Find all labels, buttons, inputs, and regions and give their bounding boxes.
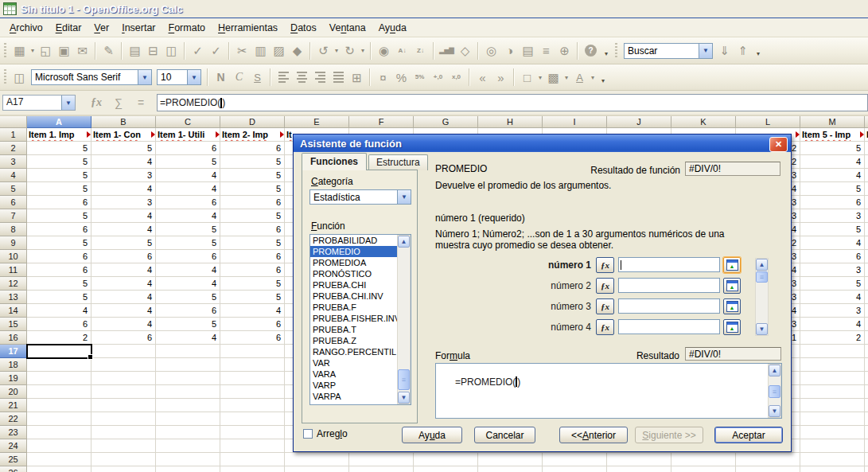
shrink-button-3[interactable]: [723, 298, 741, 314]
scroll-up-icon[interactable]: ▲: [769, 365, 780, 376]
function-item-pronóstico[interactable]: PRONÓSTICO: [310, 268, 401, 279]
function-button-3[interactable]: ƒx: [596, 298, 614, 314]
cell-M11[interactable]: 3: [800, 263, 865, 277]
cell-M2[interactable]: 5: [800, 142, 865, 155]
cell-C17[interactable]: [156, 345, 220, 358]
argument-input-2[interactable]: [618, 278, 720, 293]
cell-C6[interactable]: 6: [156, 196, 220, 209]
cell-M7[interactable]: 3: [800, 209, 865, 223]
find-down-icon[interactable]: ⇓: [715, 41, 734, 60]
menu-formato[interactable]: Formato: [162, 20, 212, 36]
cell-B2[interactable]: 5: [91, 142, 156, 155]
cell-C24[interactable]: [156, 439, 220, 453]
column-header-E[interactable]: E: [285, 116, 349, 128]
cell-C3[interactable]: 5: [156, 155, 220, 169]
cell-I26[interactable]: [543, 466, 607, 472]
cell-M22[interactable]: [800, 412, 865, 426]
cell-D13[interactable]: 5: [220, 291, 285, 304]
search-combobox[interactable]: Buscar▼: [624, 43, 713, 59]
row-header-13[interactable]: 13: [0, 291, 27, 304]
cell-A9[interactable]: 5: [27, 236, 91, 250]
cell-C18[interactable]: [156, 358, 220, 372]
menu-archivo[interactable]: Archivo: [3, 20, 49, 36]
cell-M24[interactable]: [800, 439, 865, 453]
cell-A16[interactable]: 2: [27, 331, 91, 345]
cell-A11[interactable]: 6: [27, 263, 91, 277]
select-all-corner[interactable]: [0, 116, 27, 128]
cell-C21[interactable]: [156, 399, 220, 412]
column-header-G[interactable]: G: [414, 116, 478, 128]
row-header-1[interactable]: 1: [0, 128, 27, 142]
cell-G26[interactable]: [414, 466, 478, 472]
cell-C5[interactable]: 4: [156, 182, 220, 196]
argument-input-1[interactable]: [618, 257, 720, 272]
column-header-A[interactable]: A: [27, 116, 91, 128]
cell-J25[interactable]: [607, 453, 671, 466]
row-header-7[interactable]: 7: [0, 209, 27, 223]
cell-C1[interactable]: Item 1- Utili: [156, 128, 220, 142]
function-item-var[interactable]: VAR: [310, 357, 401, 369]
cell-M4[interactable]: 4: [800, 169, 865, 182]
function-list-scrollbar[interactable]: ▲▼: [397, 235, 411, 404]
cell-B10[interactable]: 6: [91, 250, 156, 263]
cell-B19[interactable]: [91, 372, 156, 385]
gallery-icon[interactable]: ▤: [519, 41, 537, 60]
cell-A14[interactable]: 4: [27, 304, 91, 318]
cell-M21[interactable]: [800, 399, 865, 412]
row-header-26[interactable]: 26: [0, 466, 27, 472]
function-item-prueba.chi.inv[interactable]: PRUEBA.CHI.INV: [310, 291, 401, 302]
cell-N20[interactable]: [865, 385, 868, 399]
navigator-icon[interactable]: ◑: [500, 41, 519, 60]
cell-B23[interactable]: [91, 426, 156, 439]
cell-D14[interactable]: 4: [220, 304, 285, 318]
formula-editor[interactable]: =PROMEDIO() ▲ ▼: [435, 363, 782, 419]
cell-A7[interactable]: 5: [27, 209, 91, 223]
cell-D24[interactable]: [220, 439, 285, 453]
data-sources-icon[interactable]: ≡: [537, 41, 555, 60]
align-right-icon[interactable]: [311, 68, 329, 87]
cell-N5[interactable]: [865, 182, 868, 196]
name-box-dropdown-icon[interactable]: ▼: [61, 96, 75, 110]
cell-M14[interactable]: 3: [800, 304, 865, 318]
font-name-combobox[interactable]: Microsoft Sans Serif▼: [31, 69, 152, 85]
function-item-prueba.t[interactable]: PRUEBA.T: [310, 324, 401, 335]
cell-B1[interactable]: Item 1- Con: [91, 128, 156, 142]
cell-F26[interactable]: [349, 466, 414, 472]
cell-A2[interactable]: 5: [27, 142, 91, 155]
function-wizard-icon[interactable]: ƒx: [87, 94, 106, 111]
decrease-indent-icon[interactable]: «: [473, 68, 492, 87]
menu-ayuda[interactable]: Ayuda: [372, 20, 413, 36]
cell-D10[interactable]: 6: [220, 250, 285, 263]
tab-estructura[interactable]: Estructura: [368, 154, 428, 170]
cell-B22[interactable]: [91, 412, 156, 426]
function-item-rango.percentil[interactable]: RANGO.PERCENTIL: [310, 346, 401, 357]
function-button-4[interactable]: ƒx: [596, 319, 614, 335]
sum-icon[interactable]: ∑: [109, 94, 128, 111]
cell-M17[interactable]: [800, 345, 865, 358]
underline-icon[interactable]: S: [248, 68, 267, 87]
cell-B16[interactable]: 6: [91, 331, 156, 345]
cell-D18[interactable]: [220, 358, 285, 372]
scroll-down-icon[interactable]: ▼: [398, 392, 410, 404]
cell-N2[interactable]: [865, 142, 868, 155]
find-replace-icon[interactable]: ◎: [482, 41, 500, 60]
row-header-25[interactable]: 25: [0, 453, 27, 466]
function-item-varp[interactable]: VARP: [310, 380, 401, 391]
paste-icon[interactable]: ▨: [270, 41, 288, 60]
find-up-icon[interactable]: ⇑: [734, 41, 752, 60]
close-icon[interactable]: ✕: [769, 137, 788, 152]
row-header-11[interactable]: 11: [0, 263, 27, 277]
array-checkbox[interactable]: Arreglo: [303, 428, 348, 439]
toolbar-overflow-icon[interactable]: ▾: [601, 41, 611, 60]
column-header-C[interactable]: C: [156, 116, 220, 128]
new-document-icon[interactable]: ▦: [10, 41, 29, 60]
function-item-varpa[interactable]: VARPA: [310, 391, 401, 402]
row-header-24[interactable]: 24: [0, 439, 27, 453]
cell-L26[interactable]: [736, 466, 800, 472]
scrollbar-thumb[interactable]: [769, 385, 780, 398]
cell-M6[interactable]: 6: [800, 196, 865, 209]
standard-format-icon[interactable]: 5%: [411, 68, 429, 87]
scrollbar-thumb[interactable]: [756, 271, 768, 283]
sort-ascending-icon[interactable]: A↓: [393, 41, 411, 60]
undo-icon[interactable]: ↺: [314, 41, 333, 60]
